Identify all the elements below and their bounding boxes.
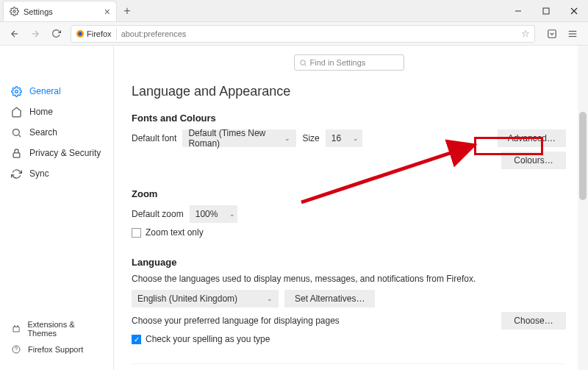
- chevron-down-icon: ⌄: [284, 135, 290, 142]
- sidebar-item-label: General: [29, 86, 61, 96]
- tab-title: Settings: [24, 7, 53, 16]
- close-window-button[interactable]: [560, 0, 588, 22]
- toolbar: Firefox about:preferences ☆: [0, 22, 588, 46]
- svg-rect-9: [548, 29, 556, 38]
- scrollbar-thumb[interactable]: [579, 112, 587, 200]
- firefox-icon: Firefox: [76, 29, 112, 38]
- menu-icon[interactable]: [567, 29, 582, 39]
- svg-rect-2: [543, 8, 549, 14]
- language-desc: Choose the languages used to display men…: [132, 274, 566, 284]
- reload-button[interactable]: [47, 25, 65, 43]
- svg-point-14: [12, 129, 19, 135]
- svg-line-15: [18, 135, 21, 137]
- spellcheck-label: Check your spelling as you type: [146, 334, 270, 344]
- settings-search-input[interactable]: Find in Settings: [294, 54, 404, 71]
- sidebar-extensions[interactable]: Extensions & Themes: [0, 317, 113, 341]
- svg-line-20: [304, 64, 306, 65]
- sidebar-item-sync[interactable]: Sync: [0, 163, 113, 184]
- font-size-select[interactable]: 16 ⌄: [326, 129, 362, 147]
- scrollbar-track[interactable]: [578, 46, 588, 370]
- window-controls: [504, 0, 588, 22]
- gear-icon: [10, 85, 22, 97]
- home-icon: [10, 106, 22, 118]
- tab-strip: Settings × +: [0, 0, 588, 22]
- close-icon[interactable]: ×: [104, 6, 110, 18]
- puzzle-icon: [10, 323, 21, 335]
- sidebar-item-label: Home: [29, 107, 53, 117]
- default-font-label: Default font: [132, 133, 176, 143]
- choose-language-button[interactable]: Choose…: [501, 312, 566, 330]
- sidebar: General Home Search Privacy & Security: [0, 46, 114, 370]
- sidebar-item-label: Privacy & Security: [29, 148, 101, 158]
- chevron-down-icon: ⌄: [229, 210, 235, 218]
- search-icon: [10, 127, 22, 138]
- forward-button[interactable]: [26, 25, 44, 43]
- url-text: about:preferences: [121, 29, 187, 38]
- sync-icon: [10, 168, 22, 179]
- default-zoom-select[interactable]: 100% ⌄: [190, 205, 237, 223]
- brand-label: Firefox: [87, 29, 112, 38]
- search-placeholder: Find in Settings: [310, 58, 366, 67]
- svg-point-8: [79, 32, 82, 35]
- bookmark-star-icon[interactable]: ☆: [521, 28, 530, 39]
- zoom-text-only-label: Zoom text only: [146, 227, 204, 238]
- zoom-section: Zoom Default zoom 100% ⌄ Zoom text only: [132, 188, 566, 238]
- new-tab-button[interactable]: +: [117, 1, 137, 21]
- sidebar-item-privacy[interactable]: Privacy & Security: [0, 143, 113, 163]
- search-icon: [299, 59, 307, 67]
- maximize-button[interactable]: [532, 0, 560, 22]
- minimize-button[interactable]: [504, 0, 532, 22]
- default-font-select[interactable]: Default (Times New Roman) ⌄: [182, 129, 296, 147]
- zoom-text-only-checkbox[interactable]: [132, 228, 141, 238]
- browser-tab[interactable]: Settings ×: [3, 1, 117, 21]
- annotation-highlight: [474, 137, 543, 155]
- svg-point-0: [13, 10, 15, 13]
- language-section: Language Choose the languages used to di…: [132, 257, 566, 344]
- chevron-down-icon: ⌄: [353, 135, 359, 142]
- svg-point-13: [15, 90, 18, 93]
- language-desc2: Choose your preferred language for displ…: [132, 316, 340, 326]
- set-alternatives-button[interactable]: Set Alternatives…: [284, 290, 375, 307]
- lock-icon: [10, 147, 22, 159]
- size-label: Size: [302, 133, 319, 143]
- svg-point-19: [300, 60, 304, 64]
- sidebar-item-general[interactable]: General: [0, 81, 113, 102]
- main-panel: Find in Settings Language and Appearance…: [114, 46, 588, 370]
- spellcheck-checkbox[interactable]: ✓: [132, 335, 141, 344]
- help-icon: [10, 344, 22, 355]
- zoom-title: Zoom: [132, 188, 566, 199]
- default-zoom-label: Default zoom: [132, 209, 184, 219]
- svg-rect-16: [13, 152, 20, 157]
- sidebar-item-home[interactable]: Home: [0, 102, 113, 122]
- language-title: Language: [132, 257, 566, 268]
- sidebar-item-label: Firefox Support: [28, 345, 83, 354]
- divider: [116, 28, 117, 40]
- fonts-title: Fonts and Colours: [132, 113, 566, 124]
- gear-icon: [10, 7, 19, 16]
- chevron-down-icon: ⌄: [267, 295, 273, 302]
- sidebar-item-label: Sync: [29, 168, 49, 179]
- save-to-pocket-icon[interactable]: [547, 29, 562, 39]
- language-select[interactable]: English (United Kingdom) ⌄: [132, 290, 279, 307]
- url-bar[interactable]: Firefox about:preferences ☆: [71, 25, 535, 43]
- sidebar-item-search[interactable]: Search: [0, 122, 113, 143]
- back-button[interactable]: [6, 25, 24, 43]
- page-title: Language and Appearance: [132, 84, 566, 99]
- sidebar-item-label: Search: [29, 127, 57, 138]
- sidebar-support[interactable]: Firefox Support: [0, 341, 113, 358]
- sidebar-item-label: Extensions & Themes: [27, 320, 103, 338]
